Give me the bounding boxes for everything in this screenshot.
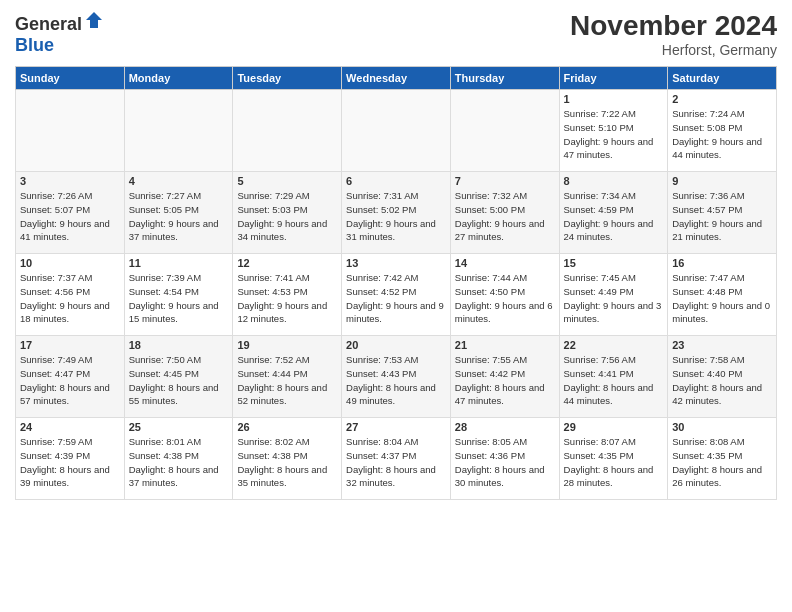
day-info: Sunrise: 7:49 AM Sunset: 4:47 PM Dayligh… — [20, 353, 120, 408]
location: Herforst, Germany — [570, 42, 777, 58]
day-number: 2 — [672, 93, 772, 105]
day-number: 24 — [20, 421, 120, 433]
month-title: November 2024 — [570, 10, 777, 42]
day-info: Sunrise: 7:52 AM Sunset: 4:44 PM Dayligh… — [237, 353, 337, 408]
day-number: 30 — [672, 421, 772, 433]
table-row: 27Sunrise: 8:04 AM Sunset: 4:37 PM Dayli… — [342, 418, 451, 500]
day-number: 6 — [346, 175, 446, 187]
logo: General Blue — [15, 10, 104, 56]
day-number: 20 — [346, 339, 446, 351]
col-thursday: Thursday — [450, 67, 559, 90]
day-info: Sunrise: 7:26 AM Sunset: 5:07 PM Dayligh… — [20, 189, 120, 244]
day-number: 27 — [346, 421, 446, 433]
table-row: 2Sunrise: 7:24 AM Sunset: 5:08 PM Daylig… — [668, 90, 777, 172]
table-row: 3Sunrise: 7:26 AM Sunset: 5:07 PM Daylig… — [16, 172, 125, 254]
table-row: 23Sunrise: 7:58 AM Sunset: 4:40 PM Dayli… — [668, 336, 777, 418]
logo-blue: Blue — [15, 35, 54, 55]
day-info: Sunrise: 7:53 AM Sunset: 4:43 PM Dayligh… — [346, 353, 446, 408]
table-row: 25Sunrise: 8:01 AM Sunset: 4:38 PM Dayli… — [124, 418, 233, 500]
table-row — [124, 90, 233, 172]
day-number: 13 — [346, 257, 446, 269]
table-row — [342, 90, 451, 172]
calendar-week-row: 10Sunrise: 7:37 AM Sunset: 4:56 PM Dayli… — [16, 254, 777, 336]
table-row: 16Sunrise: 7:47 AM Sunset: 4:48 PM Dayli… — [668, 254, 777, 336]
day-info: Sunrise: 7:31 AM Sunset: 5:02 PM Dayligh… — [346, 189, 446, 244]
table-row: 8Sunrise: 7:34 AM Sunset: 4:59 PM Daylig… — [559, 172, 668, 254]
table-row: 22Sunrise: 7:56 AM Sunset: 4:41 PM Dayli… — [559, 336, 668, 418]
table-row: 11Sunrise: 7:39 AM Sunset: 4:54 PM Dayli… — [124, 254, 233, 336]
table-row: 18Sunrise: 7:50 AM Sunset: 4:45 PM Dayli… — [124, 336, 233, 418]
col-saturday: Saturday — [668, 67, 777, 90]
day-info: Sunrise: 7:42 AM Sunset: 4:52 PM Dayligh… — [346, 271, 446, 326]
day-info: Sunrise: 7:34 AM Sunset: 4:59 PM Dayligh… — [564, 189, 664, 244]
day-info: Sunrise: 8:08 AM Sunset: 4:35 PM Dayligh… — [672, 435, 772, 490]
calendar-header-row: Sunday Monday Tuesday Wednesday Thursday… — [16, 67, 777, 90]
table-row: 19Sunrise: 7:52 AM Sunset: 4:44 PM Dayli… — [233, 336, 342, 418]
day-info: Sunrise: 8:02 AM Sunset: 4:38 PM Dayligh… — [237, 435, 337, 490]
logo-general: General — [15, 14, 82, 34]
day-number: 17 — [20, 339, 120, 351]
day-number: 19 — [237, 339, 337, 351]
day-number: 3 — [20, 175, 120, 187]
table-row — [450, 90, 559, 172]
table-row: 12Sunrise: 7:41 AM Sunset: 4:53 PM Dayli… — [233, 254, 342, 336]
day-info: Sunrise: 7:37 AM Sunset: 4:56 PM Dayligh… — [20, 271, 120, 326]
main-container: General Blue November 2024 Herforst, Ger… — [0, 0, 792, 510]
calendar-week-row: 17Sunrise: 7:49 AM Sunset: 4:47 PM Dayli… — [16, 336, 777, 418]
table-row: 4Sunrise: 7:27 AM Sunset: 5:05 PM Daylig… — [124, 172, 233, 254]
day-info: Sunrise: 7:24 AM Sunset: 5:08 PM Dayligh… — [672, 107, 772, 162]
calendar-week-row: 24Sunrise: 7:59 AM Sunset: 4:39 PM Dayli… — [16, 418, 777, 500]
day-number: 16 — [672, 257, 772, 269]
day-number: 26 — [237, 421, 337, 433]
table-row: 29Sunrise: 8:07 AM Sunset: 4:35 PM Dayli… — [559, 418, 668, 500]
day-info: Sunrise: 8:05 AM Sunset: 4:36 PM Dayligh… — [455, 435, 555, 490]
day-info: Sunrise: 7:39 AM Sunset: 4:54 PM Dayligh… — [129, 271, 229, 326]
day-number: 25 — [129, 421, 229, 433]
day-number: 7 — [455, 175, 555, 187]
day-number: 1 — [564, 93, 664, 105]
table-row: 1Sunrise: 7:22 AM Sunset: 5:10 PM Daylig… — [559, 90, 668, 172]
day-info: Sunrise: 7:36 AM Sunset: 4:57 PM Dayligh… — [672, 189, 772, 244]
day-info: Sunrise: 7:56 AM Sunset: 4:41 PM Dayligh… — [564, 353, 664, 408]
table-row — [16, 90, 125, 172]
day-info: Sunrise: 7:50 AM Sunset: 4:45 PM Dayligh… — [129, 353, 229, 408]
day-number: 15 — [564, 257, 664, 269]
table-row: 9Sunrise: 7:36 AM Sunset: 4:57 PM Daylig… — [668, 172, 777, 254]
day-number: 9 — [672, 175, 772, 187]
col-wednesday: Wednesday — [342, 67, 451, 90]
table-row: 5Sunrise: 7:29 AM Sunset: 5:03 PM Daylig… — [233, 172, 342, 254]
table-row: 14Sunrise: 7:44 AM Sunset: 4:50 PM Dayli… — [450, 254, 559, 336]
day-number: 22 — [564, 339, 664, 351]
day-number: 11 — [129, 257, 229, 269]
day-number: 12 — [237, 257, 337, 269]
day-info: Sunrise: 7:58 AM Sunset: 4:40 PM Dayligh… — [672, 353, 772, 408]
calendar-week-row: 1Sunrise: 7:22 AM Sunset: 5:10 PM Daylig… — [16, 90, 777, 172]
day-info: Sunrise: 7:32 AM Sunset: 5:00 PM Dayligh… — [455, 189, 555, 244]
day-number: 23 — [672, 339, 772, 351]
day-number: 8 — [564, 175, 664, 187]
table-row: 10Sunrise: 7:37 AM Sunset: 4:56 PM Dayli… — [16, 254, 125, 336]
day-number: 29 — [564, 421, 664, 433]
table-row: 28Sunrise: 8:05 AM Sunset: 4:36 PM Dayli… — [450, 418, 559, 500]
day-info: Sunrise: 7:59 AM Sunset: 4:39 PM Dayligh… — [20, 435, 120, 490]
table-row: 20Sunrise: 7:53 AM Sunset: 4:43 PM Dayli… — [342, 336, 451, 418]
day-info: Sunrise: 8:01 AM Sunset: 4:38 PM Dayligh… — [129, 435, 229, 490]
calendar-week-row: 3Sunrise: 7:26 AM Sunset: 5:07 PM Daylig… — [16, 172, 777, 254]
day-info: Sunrise: 7:27 AM Sunset: 5:05 PM Dayligh… — [129, 189, 229, 244]
day-number: 4 — [129, 175, 229, 187]
table-row — [233, 90, 342, 172]
day-info: Sunrise: 7:44 AM Sunset: 4:50 PM Dayligh… — [455, 271, 555, 326]
logo-icon — [84, 10, 104, 30]
day-number: 14 — [455, 257, 555, 269]
day-info: Sunrise: 8:04 AM Sunset: 4:37 PM Dayligh… — [346, 435, 446, 490]
col-monday: Monday — [124, 67, 233, 90]
day-info: Sunrise: 7:29 AM Sunset: 5:03 PM Dayligh… — [237, 189, 337, 244]
table-row: 7Sunrise: 7:32 AM Sunset: 5:00 PM Daylig… — [450, 172, 559, 254]
logo-text: General Blue — [15, 10, 104, 56]
day-number: 21 — [455, 339, 555, 351]
table-row: 21Sunrise: 7:55 AM Sunset: 4:42 PM Dayli… — [450, 336, 559, 418]
calendar-table: Sunday Monday Tuesday Wednesday Thursday… — [15, 66, 777, 500]
day-info: Sunrise: 7:47 AM Sunset: 4:48 PM Dayligh… — [672, 271, 772, 326]
day-number: 5 — [237, 175, 337, 187]
day-info: Sunrise: 7:41 AM Sunset: 4:53 PM Dayligh… — [237, 271, 337, 326]
